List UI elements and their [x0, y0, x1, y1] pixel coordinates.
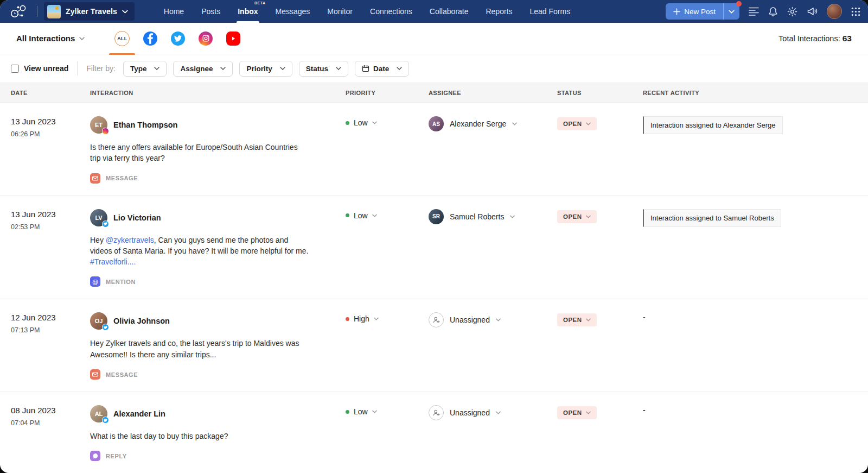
filter-by-label: Filter by: [86, 64, 116, 73]
hashtag-link[interactable]: #Travelforli.... [90, 256, 310, 267]
total-interactions: Total Interactions: 63 [778, 34, 852, 43]
unassigned-person-icon [429, 405, 444, 420]
author-avatar: OJ [90, 312, 107, 330]
author-name[interactable]: Lio Victorian [113, 213, 161, 222]
author-avatar: LV [90, 209, 107, 226]
row-date: 13 Jun 2023 [11, 117, 90, 126]
chevron-down-icon [586, 318, 591, 321]
filter-bar: View unread Filter by: Type Assignee Pri… [0, 54, 868, 83]
nav-item-connections[interactable]: Connections [361, 0, 421, 23]
network-filter-tabs: ALL [114, 23, 240, 54]
user-avatar[interactable] [827, 4, 842, 19]
chevron-down-icon [220, 67, 226, 70]
priority-dropdown[interactable]: High [346, 314, 429, 323]
app-grid-icon[interactable] [851, 7, 860, 16]
nav-item-monitor[interactable]: Monitor [318, 0, 361, 23]
assignee-dropdown[interactable]: AS Alexander Serge [429, 116, 557, 131]
priority-low-dot [346, 213, 349, 217]
author-name[interactable]: Alexander Lin [113, 409, 165, 418]
nav-item-home[interactable]: Home [155, 0, 193, 23]
nav-item-collaborate[interactable]: Collaborate [421, 0, 477, 23]
unassigned-person-icon [429, 312, 444, 327]
new-post-split-button: New Post [666, 3, 739, 20]
assignee-dropdown[interactable]: Unassigned [429, 405, 557, 420]
column-header-priority: PRIORITY [346, 90, 429, 96]
filter-date-dropdown[interactable]: Date [355, 61, 409, 77]
table-row: 13 Jun 2023 06:26 PM ET Ethan Thompson I… [0, 103, 868, 196]
twitter-icon [171, 31, 185, 46]
network-tab-instagram[interactable] [199, 23, 213, 54]
recent-activity: - [643, 406, 646, 414]
network-tab-youtube[interactable] [226, 23, 240, 54]
mention-link[interactable]: @zykertravels [106, 236, 154, 244]
priority-dropdown[interactable]: Low [346, 407, 429, 416]
nav-item-lead-forms[interactable]: Lead Forms [521, 0, 579, 23]
chevron-down-icon [729, 10, 735, 14]
chevron-down-icon [586, 411, 591, 414]
twitter-badge-icon [102, 417, 109, 424]
assignee-dropdown[interactable]: SR Samuel Roberts [429, 209, 557, 224]
interaction-message[interactable]: What is the last day to buy this package… [90, 431, 310, 442]
nav-item-posts[interactable]: Posts [193, 0, 229, 23]
interaction-message[interactable]: Is there any offers available for Europe… [90, 142, 310, 164]
assignee-avatar: AS [429, 116, 444, 131]
youtube-icon [226, 31, 240, 46]
activity-feed-icon[interactable] [749, 7, 759, 16]
filter-type-dropdown[interactable]: Type [123, 61, 167, 77]
table-row: 13 Jun 2023 02:53 PM LV Lio Victorian He… [0, 196, 868, 300]
chevron-down-icon [586, 122, 591, 125]
network-tab-facebook[interactable] [143, 23, 157, 54]
chevron-down-icon [336, 67, 341, 70]
view-title: All Interactions [16, 34, 75, 43]
status-dropdown[interactable]: OPEN [557, 406, 597, 419]
column-header-interaction: INTERACTION [90, 90, 346, 96]
bell-icon[interactable] [768, 7, 778, 17]
calendar-icon [362, 65, 369, 72]
brand-selector[interactable]: Zylker Travels [44, 2, 135, 21]
filter-assignee-dropdown[interactable]: Assignee [173, 61, 233, 77]
network-tab-twitter[interactable] [171, 23, 185, 54]
type-label: MESSAGE [106, 175, 138, 181]
table-row: 08 Jun 2023 07:04 PM AL Alexander Lin Wh… [0, 392, 868, 473]
nav-item-inbox[interactable]: Inbox BETA [229, 0, 266, 23]
filter-status-dropdown[interactable]: Status [299, 61, 348, 77]
new-post-button[interactable]: New Post [666, 3, 723, 20]
assignee-dropdown[interactable]: Unassigned [429, 312, 557, 327]
interaction-message[interactable]: Hey Zylker travels and co, the last year… [90, 338, 310, 360]
row-time: 02:53 PM [11, 223, 90, 231]
reply-type-icon [90, 451, 100, 461]
interaction-message[interactable]: Hey @zykertravels, Can you guys send me … [90, 235, 310, 268]
message-type-icon [90, 173, 100, 184]
author-name[interactable]: Olivia Johnson [113, 317, 170, 325]
twitter-badge-icon [102, 220, 109, 228]
assignee-avatar: SR [429, 209, 444, 224]
plus-icon [673, 8, 680, 15]
twitter-badge-icon [102, 324, 109, 331]
zoho-social-logo-icon[interactable] [7, 4, 30, 18]
status-dropdown[interactable]: OPEN [557, 313, 597, 326]
filter-priority-dropdown[interactable]: Priority [239, 61, 292, 77]
view-unread-toggle[interactable]: View unread [11, 64, 68, 73]
priority-dropdown[interactable]: Low [346, 211, 429, 220]
recent-activity: - [643, 313, 646, 321]
priority-high-dot [346, 317, 349, 321]
nav-item-messages[interactable]: Messages [267, 0, 319, 23]
network-tab-all[interactable]: ALL [114, 23, 130, 54]
type-label: REPLY [106, 453, 127, 459]
priority-dropdown[interactable]: Low [346, 118, 429, 127]
table-header: DATE INTERACTION PRIORITY ASSIGNEE STATU… [0, 83, 868, 103]
status-dropdown[interactable]: OPEN [557, 117, 597, 130]
chevron-down-icon [397, 67, 402, 70]
column-header-recent-activity: RECENT ACTIVITY [643, 90, 857, 96]
interactions-view-selector[interactable]: All Interactions [16, 34, 85, 43]
brand-name: Zylker Travels [66, 7, 117, 16]
view-unread-checkbox[interactable] [11, 65, 19, 73]
author-name[interactable]: Ethan Thompson [113, 121, 177, 129]
status-dropdown[interactable]: OPEN [557, 210, 597, 223]
row-date: 08 Jun 2023 [11, 406, 90, 415]
column-header-date: DATE [11, 90, 90, 96]
nav-item-reports[interactable]: Reports [477, 0, 521, 23]
megaphone-icon[interactable] [807, 7, 818, 16]
gear-icon[interactable] [787, 7, 797, 17]
filter-divider [77, 61, 78, 75]
